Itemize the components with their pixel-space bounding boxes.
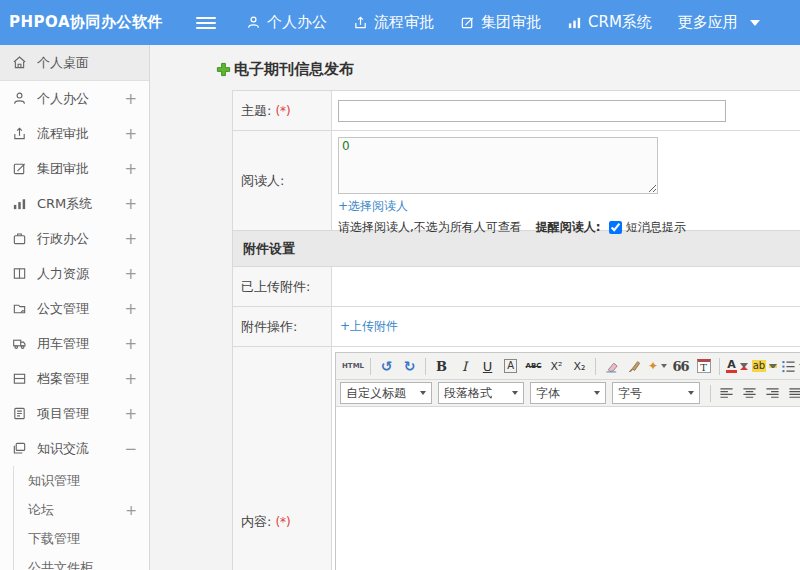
nav-crm-system[interactable]: CRM系统 — [567, 13, 652, 32]
expand-toggle[interactable]: + — [124, 265, 137, 283]
ordered-list-button[interactable] — [780, 356, 800, 377]
add-icon — [216, 62, 231, 77]
align-right-icon — [765, 386, 780, 401]
knowledge-submenu: 知识管理 论坛 + 下载管理 公共文件柜 — [13, 466, 149, 570]
sidebar-item-document-management[interactable]: 公文管理 + — [0, 291, 149, 326]
sidebar-item-label: 流程审批 — [37, 125, 89, 143]
uploaded-attachments-value — [332, 267, 800, 306]
sidebar-item-label: 集团审批 — [37, 160, 89, 178]
bold-button[interactable]: B — [431, 356, 452, 377]
editor-content-area[interactable] — [336, 407, 800, 570]
folder-icon — [12, 301, 27, 316]
align-left-button[interactable] — [716, 383, 737, 404]
nav-label: 个人办公 — [267, 13, 327, 32]
sidebar-subitem-download-management[interactable]: 下载管理 — [14, 524, 149, 553]
select-readers-link[interactable]: +选择阅读人 — [338, 198, 408, 215]
format-brush-button[interactable] — [624, 356, 645, 377]
paragraph-format-select[interactable]: 段落格式 — [438, 382, 524, 404]
superscript-button[interactable]: X² — [546, 356, 567, 377]
html-source-button[interactable]: HTML — [341, 356, 365, 377]
hamburger-menu-icon[interactable] — [196, 17, 216, 29]
nav-process-approval[interactable]: 流程审批 — [353, 13, 434, 32]
app-logo: PHPOA协同办公软件 — [0, 13, 196, 32]
archive-icon — [12, 371, 27, 386]
process-arrow-icon — [12, 126, 27, 141]
sidebar-subitem-knowledge-management[interactable]: 知识管理 — [14, 466, 149, 495]
expand-toggle[interactable]: + — [124, 160, 137, 178]
expand-toggle[interactable]: + — [124, 370, 137, 388]
bar-chart-icon — [12, 196, 27, 211]
sidebar-item-human-resources[interactable]: 人力资源 + — [0, 256, 149, 291]
align-justify-button[interactable] — [785, 383, 800, 404]
subscript-button[interactable]: X₂ — [569, 356, 590, 377]
align-right-button[interactable] — [762, 383, 783, 404]
subject-input[interactable] — [338, 100, 726, 122]
sidebar-item-label: CRM系统 — [37, 195, 92, 213]
nav-personal-office[interactable]: 个人办公 — [246, 13, 327, 32]
sidebar-item-label: 项目管理 — [37, 405, 89, 423]
eraser-button[interactable] — [601, 356, 622, 377]
sidebar-item-personal-desktop[interactable]: 个人桌面 — [0, 45, 149, 81]
align-left-icon — [719, 386, 734, 401]
sidebar-item-group-approval[interactable]: 集团审批 + — [0, 151, 149, 186]
font-family-select[interactable]: 字体 — [530, 382, 606, 404]
page-title: 电子期刊信息发布 — [216, 60, 800, 79]
italic-button[interactable]: I — [454, 356, 475, 377]
font-size-select[interactable]: 字号 — [612, 382, 700, 404]
expand-toggle[interactable]: + — [124, 405, 137, 423]
expand-toggle[interactable]: + — [124, 300, 137, 318]
sidebar-item-vehicle-management[interactable]: 用车管理 + — [0, 326, 149, 361]
sidebar-subitem-public-file-cabinet[interactable]: 公共文件柜 — [14, 553, 149, 570]
main-content: 电子期刊信息发布 主题: (*) 阅读人: 0 +选择阅读人 请选择阅读人,不选… — [150, 45, 800, 570]
nav-label: 集团审批 — [481, 13, 541, 32]
toolbar-separator — [595, 358, 596, 375]
sms-remind-checkbox[interactable] — [609, 221, 622, 234]
edit-icon — [12, 161, 27, 176]
collapse-toggle[interactable]: − — [124, 440, 137, 458]
sidebar-item-knowledge-exchange[interactable]: 知识交流 − — [0, 431, 149, 466]
underline-button[interactable]: U — [477, 356, 498, 377]
expand-toggle[interactable]: + — [124, 335, 137, 353]
publish-form: 主题: (*) 阅读人: 0 +选择阅读人 请选择阅读人,不选为所有人可查看 提… — [232, 90, 800, 570]
nav-group-approval[interactable]: 集团审批 — [460, 13, 541, 32]
expand-toggle[interactable]: + — [125, 502, 137, 518]
expand-toggle[interactable]: + — [124, 230, 137, 248]
expand-toggle[interactable]: + — [124, 195, 137, 213]
sidebar-item-label: 档案管理 — [37, 370, 89, 388]
sidebar-subitem-forum[interactable]: 论坛 + — [14, 495, 149, 524]
process-arrow-icon — [353, 15, 368, 30]
blockquote-button[interactable]: 66 — [670, 356, 691, 377]
paste-text-icon: T — [697, 359, 711, 373]
sidebar-item-personal-office[interactable]: 个人办公 + — [0, 81, 149, 116]
sidebar-item-project-management[interactable]: 项目管理 + — [0, 396, 149, 431]
align-center-button[interactable] — [739, 383, 760, 404]
quick-format-button[interactable]: ✦ — [647, 356, 668, 377]
sidebar-item-process-approval[interactable]: 流程审批 + — [0, 116, 149, 151]
readers-hint-text: 请选择阅读人,不选为所有人可查看 — [338, 219, 522, 236]
sidebar-item-label: 用车管理 — [37, 335, 89, 353]
font-style-button[interactable]: A — [500, 356, 521, 377]
person-icon — [12, 91, 27, 106]
font-color-button[interactable]: A — [725, 356, 749, 377]
expand-toggle[interactable]: + — [124, 125, 137, 143]
highlight-color-button[interactable]: ab — [751, 356, 778, 377]
chevron-down-icon[interactable] — [750, 20, 760, 26]
nav-label: 流程审批 — [374, 13, 434, 32]
sidebar: 个人桌面 个人办公 + 流程审批 + 集团审批 + CRM系统 + 行政办公 +… — [0, 45, 150, 570]
sidebar-item-label: 人力资源 — [37, 265, 89, 283]
chevron-down-icon — [594, 391, 600, 395]
undo-button[interactable]: ↺ — [376, 356, 397, 377]
expand-toggle[interactable]: + — [124, 90, 137, 108]
upload-attachment-link[interactable]: +上传附件 — [340, 318, 398, 335]
readers-textarea[interactable]: 0 — [338, 137, 658, 194]
sidebar-item-crm-system[interactable]: CRM系统 + — [0, 186, 149, 221]
nav-more-apps[interactable]: 更多应用 — [678, 13, 760, 32]
sidebar-item-admin-office[interactable]: 行政办公 + — [0, 221, 149, 256]
sidebar-item-archive-management[interactable]: 档案管理 + — [0, 361, 149, 396]
strikethrough-button[interactable]: ABC — [523, 356, 544, 377]
redo-button[interactable]: ↻ — [399, 356, 420, 377]
toolbar-separator — [370, 358, 371, 375]
paste-text-button[interactable]: T — [693, 356, 714, 377]
sidebar-item-label: 公文管理 — [37, 300, 89, 318]
custom-heading-select[interactable]: 自定义标题 — [340, 382, 432, 404]
